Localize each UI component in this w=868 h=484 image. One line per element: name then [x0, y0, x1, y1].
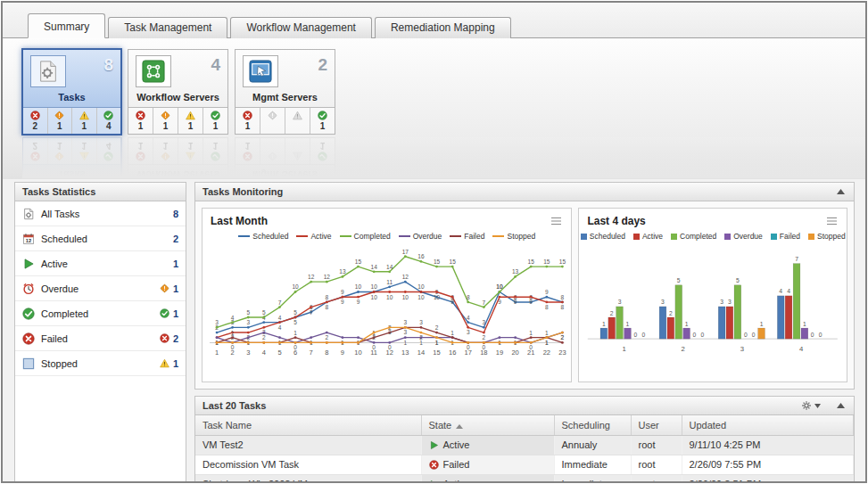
stat-row-active[interactable]: Active1 — [15, 251, 186, 276]
table-row-shutdown-win-2008-vm[interactable]: Shutdown Win 2008 VMActiveImmediateroot2… — [195, 474, 854, 483]
cell-user: root — [631, 474, 682, 483]
table-row-decomission-vm-task[interactable]: Decomission VM TaskFailedImmediateroot2/… — [195, 455, 854, 474]
svg-text:8: 8 — [325, 304, 328, 310]
stat-value: 2 — [173, 333, 178, 344]
tab-summary[interactable]: Summary — [28, 13, 105, 38]
stat-label: Overdue — [41, 283, 79, 294]
column-header-scheduling[interactable]: Scheduling — [554, 415, 631, 435]
overdue-icon — [54, 111, 64, 120]
svg-text:2: 2 — [419, 334, 423, 340]
column-header-state[interactable]: State — [421, 415, 554, 435]
svg-text:8: 8 — [561, 304, 565, 310]
stopped-icon — [22, 357, 35, 370]
svg-text:5: 5 — [677, 277, 681, 283]
svg-text:0: 0 — [819, 332, 823, 338]
stat-value: 8 — [173, 209, 178, 219]
svg-text:0: 0 — [293, 344, 297, 350]
last-4-days-legend-slot: ScheduledActiveCompletedOverdueFailedSto… — [579, 228, 847, 241]
status-count: 1 — [245, 121, 251, 131]
svg-text:7: 7 — [796, 256, 799, 262]
svg-text:1: 1 — [803, 321, 806, 327]
svg-text:10: 10 — [417, 294, 425, 300]
card-status-row: 11 — [236, 107, 335, 134]
svg-text:3: 3 — [419, 319, 423, 325]
svg-text:3: 3 — [467, 329, 470, 335]
right-column: Tasks Monitoring Last Month ScheduledAct… — [194, 182, 855, 483]
summary-card-tasks[interactable]: 8Tasks2114 — [21, 48, 122, 135]
svg-text:3: 3 — [403, 329, 407, 335]
svg-text:23: 23 — [558, 349, 566, 357]
warning-icon — [160, 358, 169, 368]
stat-row-failed[interactable]: Failed2 — [15, 326, 186, 351]
svg-text:3: 3 — [728, 299, 732, 306]
svg-text:16: 16 — [449, 349, 456, 357]
summary-card-workflow-servers[interactable]: 4Workflow Servers1111 — [128, 49, 228, 135]
status-count: 1 — [138, 121, 144, 131]
summary-card-mgmt-servers[interactable]: 2Mgmt Servers11 — [235, 49, 335, 135]
stat-label: Scheduled — [41, 234, 87, 244]
svg-text:13: 13 — [512, 268, 519, 275]
stat-row-scheduled[interactable]: 12Scheduled2 — [15, 226, 186, 251]
tab-remediation-mapping[interactable]: Remediation Mapping — [375, 17, 511, 38]
stat-row-all-tasks[interactable]: All Tasks8 — [15, 201, 186, 226]
table-settings-button[interactable] — [801, 400, 821, 411]
stat-value: 1 — [173, 358, 178, 369]
svg-text:10: 10 — [496, 283, 503, 290]
ok-icon — [211, 111, 220, 120]
legend-item-completed: Completed — [340, 232, 391, 241]
svg-text:9: 9 — [341, 289, 344, 295]
last-month-legend-slot: ScheduledActiveCompletedOverdueFailedSto… — [203, 228, 571, 241]
svg-text:1: 1 — [293, 330, 297, 336]
card-status-row: 1111 — [128, 107, 227, 134]
column-header-task-name[interactable]: Task Name — [195, 415, 421, 435]
svg-text:10: 10 — [354, 349, 361, 357]
svg-text:0: 0 — [642, 332, 646, 338]
svg-text:4: 4 — [788, 288, 791, 294]
collapse-tasks-button[interactable] — [835, 401, 847, 410]
tab-workflow-management[interactable]: Workflow Management — [230, 17, 372, 38]
last-20-tasks-panel: Last 20 Tasks Task NameStateSche — [194, 396, 855, 483]
stat-row-stopped[interactable]: Stopped1 — [15, 351, 186, 376]
legend-item-overdue: Overdue — [399, 232, 442, 241]
collapse-monitoring-button[interactable] — [835, 187, 847, 196]
stat-row-overdue[interactable]: Overdue1 — [15, 276, 186, 301]
chart-menu-icon[interactable] — [551, 217, 563, 226]
svg-text:9: 9 — [529, 299, 533, 305]
card-count: 4 — [211, 55, 220, 75]
svg-text:1: 1 — [403, 340, 407, 346]
column-header-updated[interactable]: Updated — [682, 415, 854, 435]
stat-label: All Tasks — [41, 209, 79, 219]
svg-text:0: 0 — [744, 332, 748, 338]
calendar-icon: 12 — [22, 233, 35, 245]
stat-label: Failed — [41, 333, 68, 344]
stat-row-completed[interactable]: Completed1 — [15, 301, 186, 326]
status-cell: 1 — [48, 108, 73, 134]
status-cell: 1 — [203, 108, 227, 134]
sort-asc-icon — [456, 420, 463, 431]
cell-state: Failed — [421, 455, 554, 474]
card-icon-box — [30, 55, 66, 87]
svg-text:2: 2 — [372, 334, 376, 340]
svg-text:1: 1 — [215, 349, 219, 357]
svg-text:5: 5 — [277, 349, 281, 357]
table-row-vm-test2[interactable]: VM Test2ActiveAnnualyroot9/11/10 4:25 PM — [195, 435, 854, 455]
svg-text:12: 12 — [26, 237, 31, 242]
svg-text:1: 1 — [623, 345, 626, 353]
chart-menu-icon[interactable] — [827, 217, 839, 226]
ok-icon — [103, 111, 113, 120]
status-cell: 1 — [72, 108, 97, 134]
column-header-user[interactable]: User — [631, 415, 682, 435]
svg-text:7: 7 — [310, 349, 313, 357]
last-4-days-chart-slot: 1123100232510033350014447100 — [579, 241, 847, 381]
svg-text:8: 8 — [325, 349, 328, 357]
svg-text:4: 4 — [780, 288, 783, 294]
card-status-row: 2114 — [23, 107, 120, 134]
tab-task-management[interactable]: Task Management — [108, 17, 227, 38]
failed-icon — [30, 111, 40, 120]
svg-text:0: 0 — [231, 344, 235, 350]
svg-text:0: 0 — [483, 344, 486, 350]
svg-text:4: 4 — [467, 315, 470, 321]
svg-text:0: 0 — [811, 332, 814, 338]
status-count: 1 — [188, 121, 194, 131]
svg-text:2: 2 — [325, 334, 328, 340]
